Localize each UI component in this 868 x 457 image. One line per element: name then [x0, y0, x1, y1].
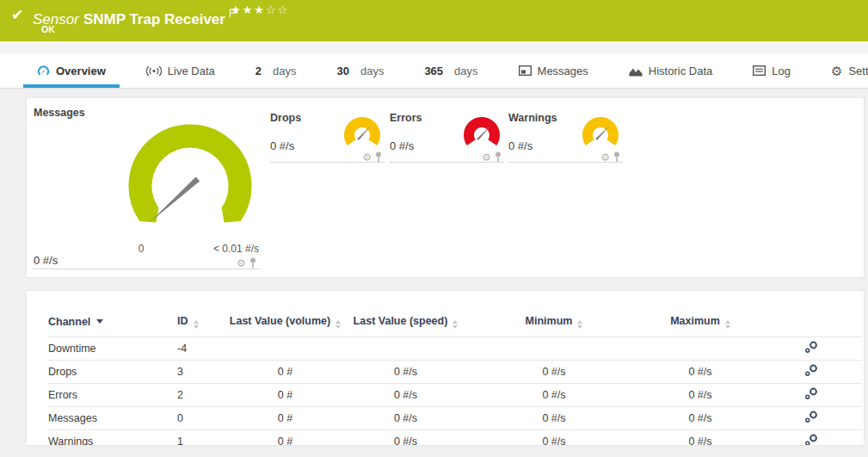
- warnings-gauge-actions: ⚙: [600, 151, 621, 163]
- column-header-channel[interactable]: Channel: [48, 315, 177, 337]
- cell-volume: 0 #: [227, 384, 343, 407]
- cell-volume: 0 #: [227, 361, 343, 384]
- warnings-gauge-label: Warnings: [508, 112, 557, 124]
- pin-icon[interactable]: [494, 151, 502, 163]
- channel-settings-gears-icon[interactable]: [804, 387, 818, 400]
- primary-gauge[interactable]: [121, 117, 259, 255]
- historic-data-icon: [629, 65, 643, 77]
- tab-historic-data[interactable]: Historic Data: [615, 53, 726, 88]
- gear-icon[interactable]: ⚙: [600, 152, 610, 163]
- tab-historic-data-label: Historic Data: [649, 65, 712, 77]
- gear-icon[interactable]: ⚙: [482, 152, 491, 163]
- tab-log-label: Log: [772, 65, 791, 77]
- table-row-errors[interactable]: Errors 2 0 # 0 #/s 0 #/s 0 #/s: [48, 384, 862, 407]
- channels-panel: Channel ID Last Value (volume) Last Valu…: [26, 290, 865, 446]
- tab-30-days[interactable]: 30days: [323, 53, 397, 88]
- status-badge: OK: [41, 24, 55, 34]
- column-header-last-value-volume[interactable]: Last Value (volume): [227, 315, 343, 337]
- cell-channel[interactable]: Warnings: [48, 430, 177, 447]
- cell-id: 0: [177, 407, 227, 430]
- tab-live-data-label: Live Data: [168, 65, 215, 77]
- errors-gauge-label: Errors: [390, 112, 422, 124]
- table-row-downtime[interactable]: Downtime -4: [48, 337, 862, 361]
- table-row-warnings[interactable]: Warnings 1 0 # 0 #/s 0 #/s 0 #/s: [48, 430, 862, 447]
- cell-min: 0 #/s: [468, 361, 640, 384]
- cell-speed: [343, 337, 468, 361]
- cell-channel[interactable]: Errors: [48, 384, 177, 407]
- sensor-title-name: SNMP Trap Receiver: [83, 11, 225, 28]
- warnings-gauge[interactable]: [580, 114, 621, 155]
- sensor-title-prefix: Sensor: [33, 11, 79, 28]
- cell-channel[interactable]: Downtime: [48, 337, 177, 361]
- pin-icon[interactable]: [249, 257, 257, 269]
- sort-icon: [725, 320, 730, 329]
- gauge-block-warnings: Warnings 0 #/s ⚙: [508, 98, 623, 279]
- sort-icon: [336, 320, 341, 329]
- sort-icon: [452, 320, 458, 329]
- cell-volume: [227, 337, 343, 361]
- gauge-needle: [149, 176, 200, 222]
- column-header-minimum[interactable]: Minimum: [468, 315, 640, 337]
- drops-gauge-actions: ⚙: [362, 151, 383, 163]
- tab-365-days-number: 365: [424, 65, 443, 77]
- cell-max: 0 #/s: [640, 361, 760, 384]
- cell-id: 2: [177, 384, 227, 407]
- cell-channel[interactable]: Drops: [48, 361, 177, 384]
- cell-max: 0 #/s: [640, 407, 760, 430]
- cell-speed: 0 #/s: [343, 361, 468, 384]
- primary-gauge-actions: ⚙: [237, 257, 257, 269]
- channel-settings-gears-icon[interactable]: [804, 364, 818, 377]
- cell-max: 0 #/s: [640, 384, 760, 407]
- tab-2-days[interactable]: 2days: [242, 53, 311, 88]
- priority-stars[interactable]: ★★★☆☆: [231, 3, 289, 16]
- tab-overview[interactable]: Overview: [23, 53, 120, 88]
- column-header-last-value-speed[interactable]: Last Value (speed): [343, 315, 468, 337]
- column-header-id[interactable]: ID: [177, 315, 227, 337]
- tab-30-days-unit: days: [360, 65, 384, 77]
- cell-channel[interactable]: Messages: [48, 407, 177, 430]
- tab-messages-label: Messages: [538, 65, 588, 77]
- table-row-messages[interactable]: Messages 0 0 # 0 #/s 0 #/s 0 #/s: [48, 407, 862, 430]
- channel-settings-gears-icon[interactable]: [804, 341, 818, 354]
- column-header-maximum[interactable]: Maximum: [640, 315, 760, 337]
- page-title: SensorSNMP Trap Receiver: [33, 5, 237, 28]
- tab-settings[interactable]: ⚙ Settings: [817, 53, 868, 88]
- cell-min: 0 #/s: [468, 407, 640, 430]
- status-check-icon: ✔: [11, 6, 23, 24]
- header-gap: [0, 41, 868, 53]
- tab-log[interactable]: Log: [739, 53, 804, 88]
- pin-icon[interactable]: [613, 151, 621, 163]
- gear-icon[interactable]: ⚙: [362, 152, 372, 163]
- tab-messages[interactable]: Messages: [505, 53, 602, 88]
- gauges-panel: Messages 0 < 0.01 #/s 0 #/s ⚙ Drops 0 #/…: [26, 97, 865, 278]
- channel-settings-gears-icon[interactable]: [804, 434, 818, 446]
- messages-icon: [519, 65, 532, 76]
- cell-min: [468, 337, 640, 361]
- sort-icon: [194, 320, 199, 329]
- tab-365-days[interactable]: 365days: [410, 53, 491, 88]
- channel-settings-gears-icon[interactable]: [804, 411, 818, 423]
- drops-gauge[interactable]: [342, 114, 383, 155]
- cell-min: 0 #/s: [468, 384, 640, 407]
- divider: [32, 269, 261, 269]
- cell-volume: 0 #: [227, 407, 343, 430]
- tab-settings-label: Settings: [848, 65, 868, 77]
- cell-max: [640, 337, 760, 361]
- table-row-drops[interactable]: Drops 3 0 # 0 #/s 0 #/s 0 #/s: [48, 361, 862, 384]
- pin-icon[interactable]: [374, 151, 383, 163]
- errors-gauge-actions: ⚙: [482, 151, 502, 163]
- cell-id: 3: [177, 361, 227, 384]
- gauge-icon: [37, 65, 50, 77]
- tab-2-days-unit: days: [273, 65, 296, 77]
- errors-gauge[interactable]: [461, 114, 502, 155]
- primary-gauge-label: Messages: [34, 107, 85, 119]
- tab-live-data[interactable]: Live Data: [132, 53, 229, 88]
- tab-365-days-unit: days: [454, 65, 477, 77]
- channels-table: Channel ID Last Value (volume) Last Valu…: [48, 315, 862, 446]
- gear-icon[interactable]: ⚙: [237, 258, 246, 269]
- cell-min: 0 #/s: [468, 430, 640, 447]
- cell-speed: 0 #/s: [343, 384, 468, 407]
- primary-gauge-value: 0 #/s: [34, 254, 58, 267]
- cell-id: 1: [177, 430, 227, 447]
- tab-bar: Overview Live Data 2days 30days 365days …: [0, 53, 868, 89]
